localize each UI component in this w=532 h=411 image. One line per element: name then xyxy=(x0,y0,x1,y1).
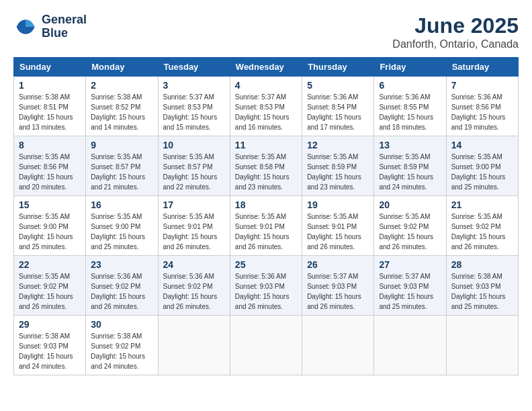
day-number: 6 xyxy=(379,80,441,91)
day-number: 11 xyxy=(235,140,297,150)
table-row: 12 Sunrise: 5:35 AMSunset: 8:59 PMDaylig… xyxy=(302,136,374,196)
table-row: 25 Sunrise: 5:36 AMSunset: 9:03 PMDaylig… xyxy=(230,256,302,316)
day-info: Sunrise: 5:35 AMSunset: 9:01 PMDaylight:… xyxy=(163,212,225,252)
calendar: Sunday Monday Tuesday Wednesday Thursday… xyxy=(13,57,519,375)
day-info: Sunrise: 5:35 AMSunset: 9:00 PMDaylight:… xyxy=(451,152,513,192)
day-info: Sunrise: 5:38 AMSunset: 8:51 PMDaylight:… xyxy=(19,92,81,132)
table-row: 10 Sunrise: 5:35 AMSunset: 8:57 PMDaylig… xyxy=(158,136,230,196)
day-number: 1 xyxy=(19,80,81,91)
day-number: 21 xyxy=(451,199,513,210)
table-row: 28 Sunrise: 5:38 AMSunset: 9:03 PMDaylig… xyxy=(446,256,518,316)
day-number: 15 xyxy=(19,199,81,210)
day-number: 22 xyxy=(19,259,81,270)
header: General Blue June 2025 Danforth, Ontario… xyxy=(13,13,519,50)
col-monday: Monday xyxy=(86,58,158,77)
col-thursday: Thursday xyxy=(302,58,374,77)
day-number: 27 xyxy=(379,259,441,270)
calendar-week-row: 8 Sunrise: 5:35 AMSunset: 8:56 PMDayligh… xyxy=(14,136,519,196)
col-tuesday: Tuesday xyxy=(158,58,230,77)
table-row: 21 Sunrise: 5:35 AMSunset: 9:02 PMDaylig… xyxy=(446,196,518,256)
day-info: Sunrise: 5:35 AMSunset: 8:59 PMDaylight:… xyxy=(379,152,441,192)
day-number: 10 xyxy=(163,140,225,150)
day-info: Sunrise: 5:35 AMSunset: 8:58 PMDaylight:… xyxy=(235,152,297,192)
day-number: 8 xyxy=(19,140,81,150)
table-row: 24 Sunrise: 5:36 AMSunset: 9:02 PMDaylig… xyxy=(158,256,230,316)
day-info: Sunrise: 5:36 AMSunset: 8:54 PMDaylight:… xyxy=(307,92,369,132)
table-row: 13 Sunrise: 5:35 AMSunset: 8:59 PMDaylig… xyxy=(374,136,446,196)
day-info: Sunrise: 5:38 AMSunset: 9:02 PMDaylight:… xyxy=(91,331,152,371)
day-number: 18 xyxy=(235,199,297,210)
table-row: 9 Sunrise: 5:35 AMSunset: 8:57 PMDayligh… xyxy=(86,136,158,196)
col-saturday: Saturday xyxy=(446,58,518,77)
title-area: June 2025 Danforth, Ontario, Canada xyxy=(392,13,519,50)
col-wednesday: Wednesday xyxy=(230,58,302,77)
table-row: 1 Sunrise: 5:38 AMSunset: 8:51 PMDayligh… xyxy=(14,77,86,136)
table-row: 6 Sunrise: 5:36 AMSunset: 8:55 PMDayligh… xyxy=(374,77,446,136)
day-number: 23 xyxy=(91,259,152,270)
logo-text: General Blue xyxy=(42,13,87,40)
table-row: 2 Sunrise: 5:38 AMSunset: 8:52 PMDayligh… xyxy=(86,77,158,136)
day-info: Sunrise: 5:37 AMSunset: 9:03 PMDaylight:… xyxy=(307,271,369,312)
day-info: Sunrise: 5:38 AMSunset: 9:03 PMDaylight:… xyxy=(451,271,513,312)
table-row xyxy=(230,316,302,375)
table-row: 15 Sunrise: 5:35 AMSunset: 9:00 PMDaylig… xyxy=(14,196,86,256)
day-number: 5 xyxy=(307,80,369,91)
day-info: Sunrise: 5:35 AMSunset: 8:57 PMDaylight:… xyxy=(163,152,225,192)
day-info: Sunrise: 5:37 AMSunset: 8:53 PMDaylight:… xyxy=(235,92,297,132)
day-info: Sunrise: 5:35 AMSunset: 8:59 PMDaylight:… xyxy=(307,152,369,192)
table-row: 19 Sunrise: 5:35 AMSunset: 9:01 PMDaylig… xyxy=(302,196,374,256)
day-number: 3 xyxy=(163,80,225,91)
day-info: Sunrise: 5:35 AMSunset: 8:57 PMDaylight:… xyxy=(91,152,152,192)
day-info: Sunrise: 5:35 AMSunset: 9:01 PMDaylight:… xyxy=(235,212,297,252)
day-number: 7 xyxy=(451,80,513,91)
day-info: Sunrise: 5:36 AMSunset: 9:03 PMDaylight:… xyxy=(235,271,297,312)
table-row: 26 Sunrise: 5:37 AMSunset: 9:03 PMDaylig… xyxy=(302,256,374,316)
day-info: Sunrise: 5:35 AMSunset: 9:00 PMDaylight:… xyxy=(19,212,81,252)
day-number: 17 xyxy=(163,199,225,210)
col-friday: Friday xyxy=(374,58,446,77)
calendar-week-row: 15 Sunrise: 5:35 AMSunset: 9:00 PMDaylig… xyxy=(14,196,519,256)
location-title: Danforth, Ontario, Canada xyxy=(392,38,519,50)
calendar-week-row: 22 Sunrise: 5:35 AMSunset: 9:02 PMDaylig… xyxy=(14,256,519,316)
day-info: Sunrise: 5:35 AMSunset: 8:56 PMDaylight:… xyxy=(19,152,81,192)
calendar-week-row: 1 Sunrise: 5:38 AMSunset: 8:51 PMDayligh… xyxy=(14,77,519,136)
day-number: 20 xyxy=(379,199,441,210)
day-info: Sunrise: 5:36 AMSunset: 9:02 PMDaylight:… xyxy=(91,271,152,312)
day-number: 12 xyxy=(307,140,369,150)
day-info: Sunrise: 5:38 AMSunset: 9:03 PMDaylight:… xyxy=(19,331,81,371)
day-info: Sunrise: 5:35 AMSunset: 9:00 PMDaylight:… xyxy=(91,212,152,252)
day-number: 4 xyxy=(235,80,297,91)
day-number: 25 xyxy=(235,259,297,270)
day-info: Sunrise: 5:36 AMSunset: 8:55 PMDaylight:… xyxy=(379,92,441,132)
table-row: 16 Sunrise: 5:35 AMSunset: 9:00 PMDaylig… xyxy=(86,196,158,256)
logo: General Blue xyxy=(13,13,87,40)
day-number: 29 xyxy=(19,319,81,330)
table-row: 4 Sunrise: 5:37 AMSunset: 8:53 PMDayligh… xyxy=(230,77,302,136)
calendar-week-row: 29 Sunrise: 5:38 AMSunset: 9:03 PMDaylig… xyxy=(14,316,519,375)
day-info: Sunrise: 5:36 AMSunset: 9:02 PMDaylight:… xyxy=(163,271,225,312)
table-row: 29 Sunrise: 5:38 AMSunset: 9:03 PMDaylig… xyxy=(14,316,86,375)
day-number: 26 xyxy=(307,259,369,270)
day-info: Sunrise: 5:37 AMSunset: 9:03 PMDaylight:… xyxy=(379,271,441,312)
day-info: Sunrise: 5:38 AMSunset: 8:52 PMDaylight:… xyxy=(91,92,152,132)
day-number: 2 xyxy=(91,80,152,91)
calendar-header-row: Sunday Monday Tuesday Wednesday Thursday… xyxy=(14,58,519,77)
day-number: 13 xyxy=(379,140,441,150)
day-info: Sunrise: 5:35 AMSunset: 9:02 PMDaylight:… xyxy=(451,212,513,252)
table-row: 27 Sunrise: 5:37 AMSunset: 9:03 PMDaylig… xyxy=(374,256,446,316)
table-row xyxy=(446,316,518,375)
table-row: 7 Sunrise: 5:36 AMSunset: 8:56 PMDayligh… xyxy=(446,77,518,136)
table-row xyxy=(158,316,230,375)
col-sunday: Sunday xyxy=(14,58,86,77)
day-number: 28 xyxy=(451,259,513,270)
table-row xyxy=(374,316,446,375)
table-row: 8 Sunrise: 5:35 AMSunset: 8:56 PMDayligh… xyxy=(14,136,86,196)
table-row: 17 Sunrise: 5:35 AMSunset: 9:01 PMDaylig… xyxy=(158,196,230,256)
day-info: Sunrise: 5:35 AMSunset: 9:02 PMDaylight:… xyxy=(19,271,81,312)
day-info: Sunrise: 5:36 AMSunset: 8:56 PMDaylight:… xyxy=(451,92,513,132)
table-row: 14 Sunrise: 5:35 AMSunset: 9:00 PMDaylig… xyxy=(446,136,518,196)
logo-icon xyxy=(13,15,38,39)
day-number: 30 xyxy=(91,319,152,330)
day-number: 19 xyxy=(307,199,369,210)
table-row: 30 Sunrise: 5:38 AMSunset: 9:02 PMDaylig… xyxy=(86,316,158,375)
